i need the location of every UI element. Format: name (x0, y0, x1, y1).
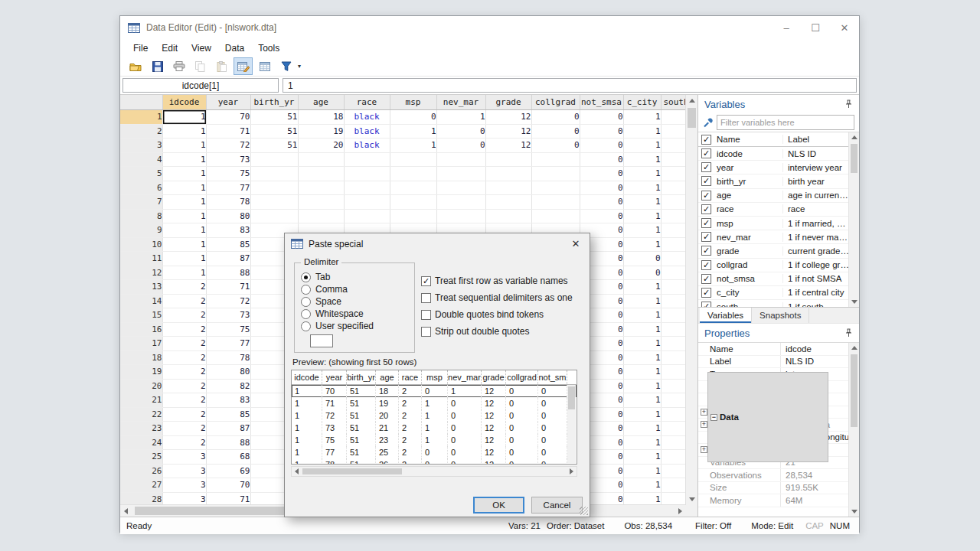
grid-cell[interactable]: black (344, 139, 390, 153)
preview-row[interactable]: 17251202101200 (292, 409, 577, 422)
row-number[interactable]: 23 (120, 422, 162, 436)
grid-cell[interactable]: 77 (206, 181, 250, 195)
grid-cell[interactable]: 1 (623, 167, 661, 181)
scroll-up-button[interactable] (849, 132, 859, 142)
grid-cell[interactable]: 80 (206, 365, 250, 380)
grid-cell[interactable]: 1 (623, 209, 661, 223)
checkbox-treat-first-row-as-variable-names[interactable]: Treat first row as variable names (421, 275, 573, 287)
grid-cell[interactable] (531, 167, 580, 181)
grid-cell[interactable]: 1 (436, 110, 485, 125)
grid-cell[interactable]: 2 (162, 294, 206, 308)
grid-cell[interactable]: 75 (206, 167, 250, 181)
grid-cell[interactable] (390, 181, 436, 195)
grid-cell[interactable]: 1 (623, 337, 661, 351)
grid-cell[interactable]: 82 (206, 379, 250, 393)
grid-cell[interactable]: 12 (485, 110, 531, 125)
grid-cell[interactable] (344, 181, 390, 195)
row-number[interactable]: 12 (120, 266, 162, 280)
grid-cell[interactable]: 2 (162, 435, 206, 450)
expand-icon[interactable]: − (708, 414, 720, 421)
grid-cell[interactable]: 12 (485, 139, 531, 153)
menu-item-view[interactable]: View (185, 41, 218, 56)
scroll-down-button[interactable] (849, 297, 859, 307)
row-number[interactable]: 18 (120, 350, 162, 365)
grid-cell[interactable]: 1 (162, 209, 206, 223)
variable-checkbox[interactable] (701, 260, 711, 270)
property-group-row[interactable]: −Data (707, 372, 828, 462)
row-number[interactable]: 7 (120, 195, 162, 210)
grid-cell[interactable]: 12 (485, 124, 531, 139)
grid-cell[interactable]: 83 (206, 393, 250, 408)
grid-cell[interactable]: 72 (206, 294, 250, 308)
menu-item-tools[interactable]: Tools (251, 41, 286, 56)
menu-item-edit[interactable]: Edit (155, 41, 185, 56)
grid-cell[interactable]: 0 (623, 252, 661, 266)
grid-cell[interactable] (485, 195, 531, 210)
grid-cell[interactable]: 18 (298, 110, 344, 125)
grid-cell[interactable]: 71 (206, 124, 250, 139)
grid-cell[interactable]: 3 (162, 464, 206, 478)
variable-checkbox[interactable] (701, 191, 711, 201)
scroll-left-button[interactable] (292, 467, 302, 476)
v-scroll-thumb[interactable] (688, 108, 696, 128)
grid-cell[interactable] (298, 195, 344, 210)
column-header-idcode[interactable]: idcode (162, 95, 206, 110)
grid-cell[interactable]: 2 (162, 407, 206, 422)
properties-scrollbar[interactable] (848, 343, 859, 517)
grid-cell[interactable]: 70 (206, 478, 250, 493)
row-number[interactable]: 19 (120, 365, 162, 380)
menu-item-data[interactable]: Data (218, 41, 251, 56)
grid-cell[interactable] (250, 167, 298, 181)
grid-cell[interactable]: 0 (580, 124, 623, 139)
grid-cell[interactable]: 1 (623, 407, 661, 422)
preview-row[interactable]: 17551232101200 (292, 434, 577, 446)
column-header-birth_yr[interactable]: birth_yr (250, 95, 298, 110)
row-number[interactable]: 14 (120, 294, 162, 308)
property-row[interactable]: LabelNLS ID (698, 356, 849, 369)
wrench-icon[interactable] (703, 118, 713, 128)
grid-cell[interactable]: 0 (580, 209, 623, 223)
grid-cell[interactable]: 78 (206, 195, 250, 210)
grid-cell[interactable]: 1 (623, 350, 661, 365)
radio-comma[interactable]: Comma (301, 283, 414, 295)
grid-cell[interactable]: 1 (623, 237, 661, 252)
preview-row[interactable]: 17051182011200 (292, 385, 577, 397)
variable-checkbox[interactable] (701, 148, 711, 158)
edit-mode-button[interactable] (234, 57, 253, 75)
grid-cell[interactable]: 0 (436, 124, 485, 139)
grid-cell[interactable]: 1 (162, 167, 206, 181)
row-number[interactable]: 4 (120, 152, 162, 167)
close-button[interactable]: ✕ (830, 16, 859, 39)
grid-cell[interactable]: 1 (623, 365, 661, 380)
variable-row[interactable]: birth_yrbirth year (698, 174, 849, 188)
grid-cell[interactable] (436, 195, 485, 210)
grid-cell[interactable]: 1 (623, 422, 661, 436)
row-number[interactable]: 15 (120, 308, 162, 323)
grid-cell[interactable]: 73 (206, 152, 250, 167)
variable-row[interactable]: gradecurrent grade co... (698, 244, 849, 258)
scroll-right-button[interactable] (675, 505, 686, 517)
paste-button[interactable] (212, 57, 231, 75)
grid-cell[interactable] (344, 167, 390, 181)
column-header-year[interactable]: year (206, 95, 250, 110)
grid-cell[interactable] (531, 195, 580, 210)
row-number[interactable]: 22 (120, 407, 162, 422)
grid-cell[interactable]: 2 (162, 422, 206, 436)
grid-cell[interactable]: 1 (623, 139, 661, 153)
preview-h-scrollbar[interactable] (291, 466, 577, 477)
grid-cell[interactable]: 88 (206, 266, 250, 280)
variable-row[interactable]: not_smsa1 if not SMSA (698, 272, 849, 286)
cell-reference-box[interactable]: idcode[1] (122, 78, 279, 93)
grid-cell[interactable]: 0 (580, 167, 623, 181)
filter-button[interactable] (276, 57, 296, 75)
preview-row[interactable]: 17151192101200 (292, 397, 577, 409)
grid-cell[interactable]: 1 (162, 252, 206, 266)
column-header-not_smsa[interactable]: not_smsa (580, 95, 623, 110)
pin-icon[interactable] (844, 328, 853, 337)
property-row[interactable]: Observations28,534 (698, 469, 849, 482)
grid-cell[interactable]: 19 (298, 124, 344, 139)
grid-cell[interactable]: 0 (623, 266, 661, 280)
ok-button[interactable]: OK (473, 497, 524, 514)
grid-cell[interactable]: 0 (436, 139, 485, 153)
grid-cell[interactable]: 85 (206, 407, 250, 422)
